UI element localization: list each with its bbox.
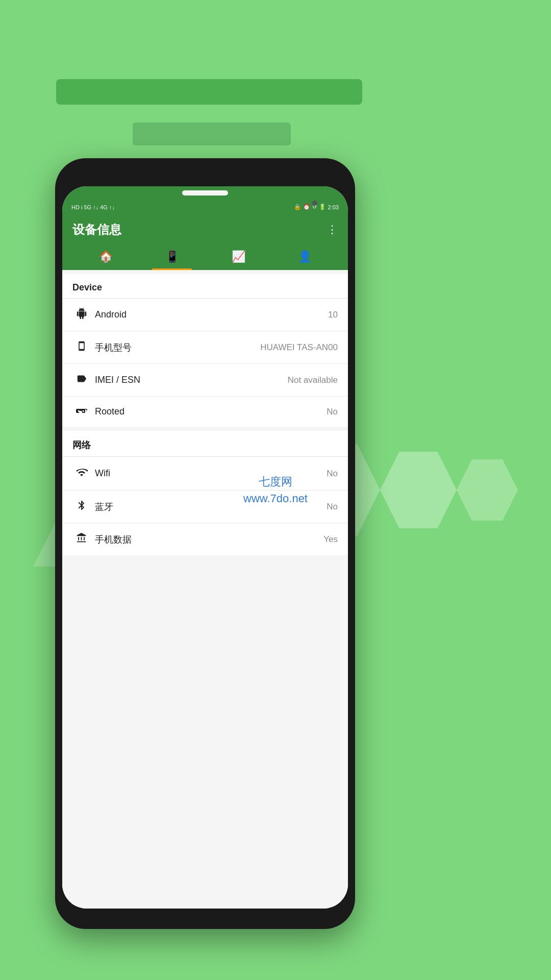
bluetooth-row: 蓝牙 No bbox=[62, 491, 348, 523]
android-label: Android bbox=[95, 309, 328, 320]
phone-model-value: HUAWEI TAS-AN00 bbox=[260, 342, 338, 353]
device-icon: 📱 bbox=[165, 250, 179, 263]
phone-screen: HD i 5G ↑↓ 4G ↑↓ 🔒 ⏰ ↺ 🔋 2:03 设备信息 ⋮ bbox=[62, 186, 348, 909]
lock-icon: 🔒 bbox=[294, 204, 301, 210]
tab-bar: 🏠 📱 📈 👤 bbox=[72, 244, 338, 270]
imei-label: IMEI / ESN bbox=[95, 375, 288, 385]
app-title: 设备信息 bbox=[72, 222, 121, 238]
content-area: Device Android 10 bbox=[62, 270, 348, 909]
imei-row: IMEI / ESN Not available bbox=[62, 364, 348, 397]
profile-icon: 👤 bbox=[298, 250, 312, 263]
bg-shape-5 bbox=[457, 459, 518, 521]
android-row: Android 10 bbox=[62, 299, 348, 331]
phone-model-icon bbox=[72, 340, 91, 354]
tab-stats[interactable]: 📈 bbox=[205, 244, 271, 268]
home-icon: 🏠 bbox=[99, 250, 113, 263]
bluetooth-label: 蓝牙 bbox=[95, 501, 327, 513]
network-section: 网络 Wifi No bbox=[62, 431, 348, 555]
notch bbox=[182, 190, 228, 195]
signal-icons: HD i 5G ↑↓ 4G ↑↓ bbox=[71, 204, 115, 210]
bg-shape-4 bbox=[380, 452, 457, 528]
stats-icon: 📈 bbox=[232, 250, 245, 263]
tab-home[interactable]: 🏠 bbox=[72, 244, 139, 268]
tab-device[interactable]: 📱 bbox=[139, 244, 205, 268]
app-header: 设备信息 ⋮ 🏠 📱 📈 👤 bbox=[62, 214, 348, 270]
mobile-data-row: 手机数据 Yes bbox=[62, 523, 348, 555]
bluetooth-value: No bbox=[327, 502, 338, 512]
rooted-label: Rooted bbox=[95, 406, 327, 417]
rooted-icon bbox=[72, 406, 91, 418]
tab-profile[interactable]: 👤 bbox=[271, 244, 338, 268]
wifi-value: No bbox=[327, 469, 338, 479]
camera-dot bbox=[312, 201, 317, 206]
screen-content: HD i 5G ↑↓ 4G ↑↓ 🔒 ⏰ ↺ 🔋 2:03 设备信息 ⋮ bbox=[62, 186, 348, 909]
more-button[interactable]: ⋮ bbox=[327, 223, 338, 236]
wifi-row: Wifi No bbox=[62, 457, 348, 491]
phone-model-row: 手机型号 HUAWEI TAS-AN00 bbox=[62, 331, 348, 364]
alarm-icon: ⏰ bbox=[303, 204, 310, 210]
rooted-row: Rooted No bbox=[62, 397, 348, 427]
imei-value: Not available bbox=[288, 375, 338, 385]
status-left-icons: HD i 5G ↑↓ 4G ↑↓ bbox=[71, 204, 115, 210]
imei-icon bbox=[72, 373, 91, 387]
network-section-header: 网络 bbox=[62, 431, 348, 457]
top-banner-1 bbox=[56, 79, 362, 105]
bluetooth-icon bbox=[72, 500, 91, 513]
device-section: Device Android 10 bbox=[62, 274, 348, 427]
mobile-data-icon bbox=[72, 532, 91, 546]
mobile-data-value: Yes bbox=[323, 534, 338, 545]
phone-frame: HD i 5G ↑↓ 4G ↑↓ 🔒 ⏰ ↺ 🔋 2:03 设备信息 ⋮ bbox=[55, 158, 355, 929]
android-icon bbox=[72, 308, 91, 322]
mobile-data-label: 手机数据 bbox=[95, 533, 323, 546]
header-title-row: 设备信息 ⋮ bbox=[72, 222, 338, 238]
wifi-icon bbox=[72, 466, 91, 481]
phone-model-label: 手机型号 bbox=[95, 341, 260, 354]
rooted-value: No bbox=[327, 407, 338, 417]
android-value: 10 bbox=[328, 310, 338, 320]
top-banner-2 bbox=[133, 122, 291, 145]
device-section-header: Device bbox=[62, 274, 348, 299]
status-bar: HD i 5G ↑↓ 4G ↑↓ 🔒 ⏰ ↺ 🔋 2:03 bbox=[62, 186, 348, 214]
wifi-label: Wifi bbox=[95, 468, 327, 479]
battery-icon: 🔋 bbox=[319, 204, 326, 210]
time-display: 2:03 bbox=[328, 204, 339, 210]
